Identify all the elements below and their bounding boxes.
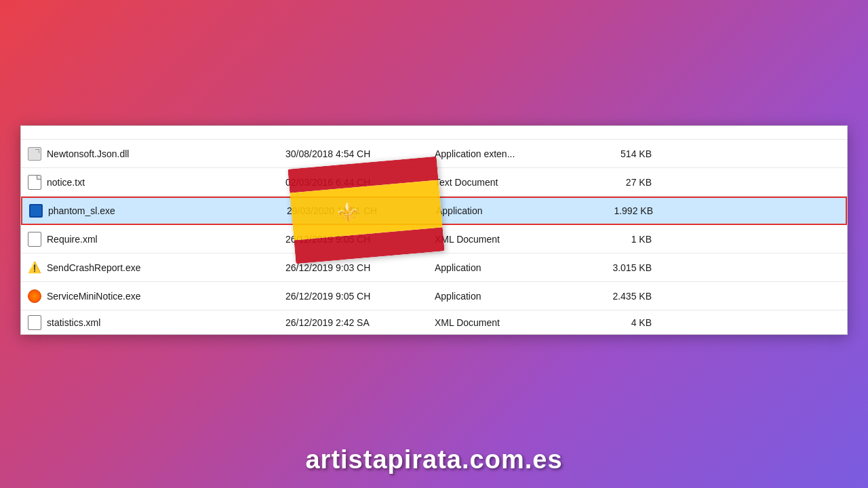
file-size: 27 KB — [584, 177, 652, 188]
file-type: Application — [436, 205, 585, 216]
txt-icon — [28, 175, 41, 190]
file-name-cell: ServiceMiniNotice.exe — [28, 289, 285, 303]
xml-icon — [28, 315, 41, 330]
xml-icon — [28, 232, 41, 247]
file-size: 3.015 KB — [584, 262, 652, 273]
file-name-text: Require.xml — [47, 234, 98, 245]
table-row-partial-bottom: statistics.xml 26/12/2019 2:42 SA XML Do… — [21, 310, 847, 334]
file-date: 26/12/2019 9:05 CH — [285, 291, 435, 302]
file-type: Application — [435, 262, 584, 273]
file-size: 1.992 KB — [585, 205, 653, 216]
exe-icon — [29, 204, 43, 218]
table-row-partial-top — [21, 126, 847, 140]
dll-icon — [28, 147, 41, 161]
file-icon — [28, 126, 41, 140]
watermark-text: artistapirata.com.es — [0, 445, 868, 474]
file-date: 26/12/2019 9:03 CH — [285, 262, 435, 273]
file-type: XML Document — [435, 317, 584, 328]
file-name-cell: statistics.xml — [28, 315, 285, 330]
file-name-cell: ⚠️ SendCrashReport.exe — [28, 261, 285, 274]
file-name-cell: Newtonsoft.Json.dll — [28, 147, 285, 161]
file-size: 4 KB — [584, 317, 652, 328]
file-name-text: SendCrashReport.exe — [47, 262, 141, 273]
file-name-text: statistics.xml — [47, 317, 100, 328]
file-size: 2.435 KB — [584, 291, 652, 302]
file-name — [28, 126, 285, 140]
file-type: Application exten... — [435, 148, 584, 159]
file-type: XML Document — [435, 234, 584, 245]
file-name-text: Newtonsoft.Json.dll — [47, 148, 129, 159]
file-date: 26/12/2019 2:42 SA — [285, 317, 435, 328]
file-type: Text Document — [435, 177, 584, 188]
warning-icon: ⚠️ — [28, 261, 41, 274]
flag-spain: ⚜️ — [288, 157, 444, 264]
app-icon — [28, 289, 41, 303]
file-size: 1 KB — [584, 234, 652, 245]
file-size: 514 KB — [584, 148, 652, 159]
file-name-text: ServiceMiniNotice.exe — [47, 291, 141, 302]
spain-flag-overlay: ⚜️ — [288, 157, 444, 264]
file-date: 30/08/2018 4:54 CH — [285, 148, 435, 159]
file-name-cell: phantom_sl.exe — [29, 204, 287, 218]
file-name-text: phantom_sl.exe — [48, 205, 115, 216]
file-name-cell: notice.txt — [28, 175, 285, 190]
table-row[interactable]: ServiceMiniNotice.exe 26/12/2019 9:05 CH… — [21, 282, 847, 310]
file-name-text: notice.txt — [47, 177, 85, 188]
table-row[interactable]: ⚠️ SendCrashReport.exe 26/12/2019 9:03 C… — [21, 253, 847, 282]
file-name-cell: Require.xml — [28, 232, 285, 247]
coat-of-arms: ⚜️ — [336, 199, 361, 224]
file-type: Application — [435, 291, 584, 302]
